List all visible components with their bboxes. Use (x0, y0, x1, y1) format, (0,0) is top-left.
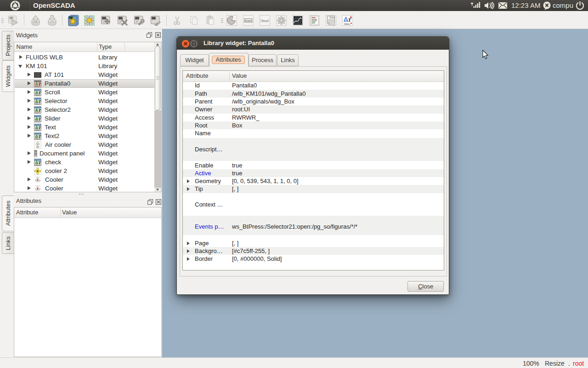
svg-text:Order: Order (329, 17, 335, 19)
svg-text:Value: Value (344, 23, 351, 25)
svg-text:Enter|: Enter| (245, 19, 252, 22)
svg-text:Text: Text (261, 19, 268, 23)
